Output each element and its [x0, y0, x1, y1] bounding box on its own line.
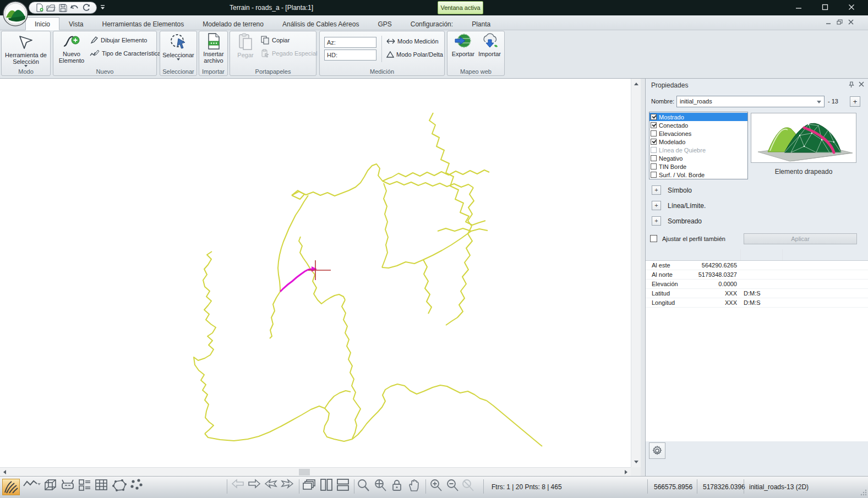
- road-polyline[interactable]: [429, 113, 485, 225]
- option-l-nea-de-quiebre[interactable]: Línea de Quiebre: [649, 146, 747, 154]
- tab-inicio[interactable]: Inicio: [25, 17, 59, 30]
- open-file-icon[interactable]: [46, 3, 56, 12]
- maximize-button[interactable]: [819, 2, 831, 12]
- option-checkbox[interactable]: [651, 139, 657, 145]
- cascade-windows-button[interactable]: [303, 479, 316, 491]
- add-button[interactable]: +: [850, 96, 860, 107]
- table-row[interactable]: LatitudXXXD:M:S: [646, 289, 868, 298]
- undo-icon[interactable]: [70, 3, 79, 12]
- adjust-profile-checkbox[interactable]: [650, 235, 657, 242]
- child-minimize-icon[interactable]: [826, 19, 831, 26]
- view-3d-button[interactable]: [44, 479, 57, 492]
- polar-delta-mode-button[interactable]: Modo Polar/Delta: [386, 51, 443, 58]
- next-feature-button[interactable]: [281, 479, 294, 489]
- azimuth-field[interactable]: Az:: [324, 37, 376, 48]
- road-network-drawing[interactable]: [0, 79, 631, 467]
- road-polyline[interactable]: [270, 292, 280, 338]
- horizontal-distance-field[interactable]: HD:: [324, 50, 376, 61]
- option-mostrado[interactable]: Mostrado: [649, 113, 747, 121]
- child-close-icon[interactable]: [848, 19, 854, 26]
- name-combobox[interactable]: initial_roads: [676, 96, 825, 107]
- tab-vista[interactable]: Vista: [59, 17, 92, 30]
- road-polyline[interactable]: [383, 181, 473, 188]
- option-checkbox[interactable]: [651, 122, 657, 128]
- zoom-out-button[interactable]: [446, 479, 459, 492]
- horizontal-scrollbar[interactable]: [0, 467, 631, 476]
- pin-icon[interactable]: [848, 81, 854, 89]
- expand-icon[interactable]: +: [652, 201, 661, 210]
- new-file-icon[interactable]: [35, 3, 44, 12]
- option-negativo[interactable]: Negativo: [649, 154, 747, 162]
- tile-vertical-button[interactable]: [320, 479, 332, 491]
- road-polyline[interactable]: [438, 228, 488, 231]
- app-logo-icon[interactable]: [3, 1, 28, 26]
- table-row[interactable]: LongitudXXXD:M:S: [646, 298, 868, 308]
- adjust-profile-row[interactable]: Ajustar el perfil también: [650, 235, 725, 242]
- road-polyline[interactable]: [325, 391, 351, 408]
- lock-view-button[interactable]: [391, 479, 402, 492]
- zoom-window-button[interactable]: [357, 479, 370, 492]
- settings-button[interactable]: [649, 442, 665, 459]
- profile-view-button[interactable]: [61, 479, 75, 491]
- select-button[interactable]: Seleccionar: [162, 33, 195, 61]
- polyline-mode-button[interactable]: [23, 479, 37, 489]
- tab-planta[interactable]: Planta: [462, 17, 500, 30]
- tab-herramientas-de-elementos[interactable]: Herramientas de Elementos: [92, 17, 193, 30]
- resize-grip[interactable]: [859, 488, 867, 497]
- road-polyline[interactable]: [342, 300, 361, 439]
- tab-gps[interactable]: GPS: [368, 17, 401, 30]
- new-element-button[interactable]: Nuevo Elemento: [56, 33, 88, 64]
- import-web-button[interactable]: Importar: [477, 33, 502, 57]
- scroll-left-arrow-icon[interactable]: [3, 470, 6, 474]
- expand-icon[interactable]: +: [652, 216, 661, 226]
- insert-file-button[interactable]: Insertar archivo: [200, 33, 227, 64]
- selection-tool-button[interactable]: Herramienta de Selección: [4, 33, 47, 67]
- scroll-down-arrow-icon[interactable]: [634, 461, 638, 463]
- option-checkbox[interactable]: [651, 130, 657, 136]
- draw-element-button[interactable]: Dibujar Elemento: [90, 36, 147, 45]
- road-polyline[interactable]: [446, 226, 472, 325]
- tab-configuraci-n-[interactable]: Configuración:: [401, 17, 462, 30]
- option-surf-vol-borde[interactable]: Surf. / Vol. Borde: [649, 171, 747, 179]
- vertical-scrollbar[interactable]: [631, 79, 641, 467]
- display-options-list[interactable]: MostradoConectadoElevacionesModeladoLíne…: [649, 112, 748, 179]
- field-table[interactable]: Al este564290.6265Al norte5179348.0327El…: [646, 260, 868, 441]
- selected-road-polyline[interactable]: [280, 269, 312, 292]
- option-checkbox[interactable]: [651, 172, 657, 178]
- panel-close-icon[interactable]: [859, 81, 864, 88]
- legend-view-button[interactable]: [78, 479, 91, 492]
- road-polyline[interactable]: [382, 183, 388, 267]
- option-conectado[interactable]: Conectado: [649, 121, 747, 129]
- option-checkbox[interactable]: [651, 163, 657, 169]
- road-polyline[interactable]: [468, 188, 474, 226]
- polyline-dropdown-arrow-icon[interactable]: [37, 483, 41, 485]
- table-row[interactable]: Al este564290.6265: [646, 261, 868, 270]
- road-polyline[interactable]: [392, 170, 489, 177]
- points-view-button[interactable]: [130, 479, 143, 491]
- export-web-button[interactable]: Exportar: [451, 33, 476, 57]
- copy-button[interactable]: Copiar: [261, 36, 290, 45]
- close-button[interactable]: [845, 2, 858, 12]
- redo-icon[interactable]: [81, 3, 91, 12]
- save-icon[interactable]: [58, 3, 67, 12]
- zoom-extents-button[interactable]: [374, 479, 387, 492]
- option-checkbox[interactable]: [651, 147, 657, 153]
- qat-customize-button[interactable]: [100, 4, 105, 11]
- measure-mode-button[interactable]: Modo Medición: [386, 38, 439, 45]
- section-sombreado[interactable]: + Sombreado: [652, 216, 702, 226]
- table-row[interactable]: Elevación0.0000: [646, 280, 868, 289]
- child-restore-icon[interactable]: [837, 19, 843, 26]
- road-polyline[interactable]: [299, 237, 310, 269]
- contours-toggle-button[interactable]: [2, 479, 20, 495]
- road-polyline[interactable]: [194, 251, 216, 434]
- pan-button[interactable]: [407, 479, 421, 492]
- option-checkbox[interactable]: [651, 114, 657, 120]
- option-elevaciones[interactable]: Elevaciones: [649, 129, 747, 138]
- section-linea-limite[interactable]: + Línea/Límite.: [652, 201, 706, 210]
- road-polyline[interactable]: [423, 260, 432, 314]
- next-view-button[interactable]: [248, 479, 261, 489]
- scroll-up-arrow-icon[interactable]: [634, 83, 638, 85]
- zoom-in-button[interactable]: [429, 479, 443, 492]
- horizontal-scroll-thumb[interactable]: [299, 469, 310, 475]
- option-modelado[interactable]: Modelado: [649, 138, 747, 146]
